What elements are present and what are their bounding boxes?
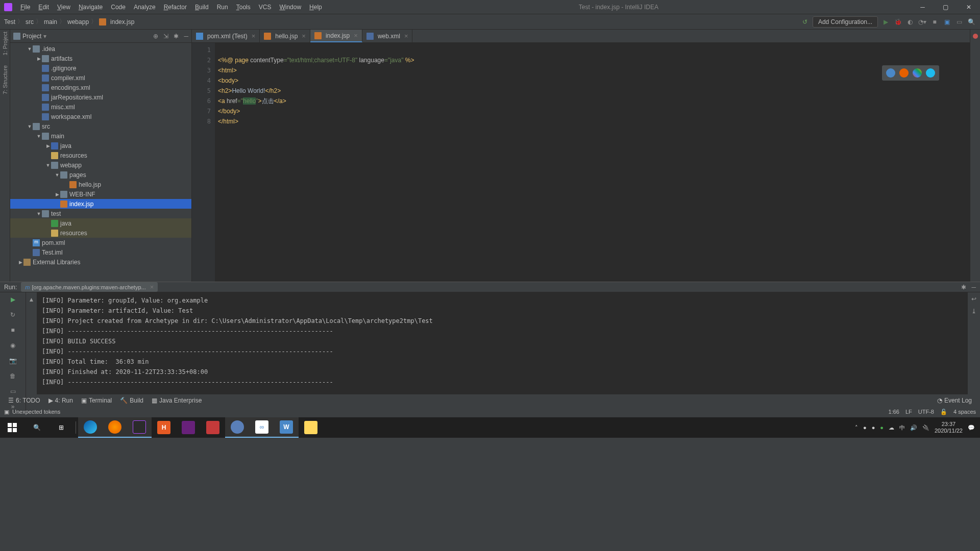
close-icon[interactable]: ×	[354, 32, 358, 39]
file-encoding[interactable]: UTF-8	[918, 409, 934, 415]
coverage-icon[interactable]: ◐	[905, 17, 915, 27]
trash-icon[interactable]: 🗑	[9, 372, 17, 380]
settings-icon[interactable]: ✱	[174, 33, 179, 40]
add-configuration-button[interactable]: Add Configuration...	[813, 16, 878, 28]
tree-index[interactable]: index.jsp	[10, 199, 191, 209]
wps-icon[interactable]: W	[274, 417, 299, 438]
sb-run[interactable]: ▶ 4: Run	[44, 397, 77, 404]
intellij-taskbar-icon[interactable]	[127, 417, 152, 438]
run-output[interactable]: [INFO] Parameter: groupId, Value: org.ex…	[37, 292, 968, 411]
maximize-button[interactable]: ▢	[934, 0, 957, 14]
bc-main[interactable]: main	[44, 18, 57, 26]
tray-onedrive-icon[interactable]: ☁	[889, 424, 894, 431]
tree-gitignore[interactable]: .gitignore	[10, 63, 191, 73]
tree-misc[interactable]: misc.xml	[10, 102, 191, 112]
tree-idea[interactable]: ▼.idea	[10, 44, 191, 54]
bc-webapp[interactable]: webapp	[67, 18, 89, 26]
lock-icon[interactable]: 🔓	[940, 409, 947, 415]
vs-icon[interactable]	[176, 417, 201, 438]
menu-help[interactable]: Help	[305, 2, 326, 13]
stop-run-icon[interactable]: ■	[9, 326, 17, 334]
close-button[interactable]: ✕	[957, 0, 980, 14]
menu-view[interactable]: View	[53, 2, 75, 13]
tree-pages[interactable]: ▼pages	[10, 170, 191, 180]
tray-chevron-icon[interactable]: ˄	[855, 424, 858, 431]
sb-todo[interactable]: ☰ 6: TODO	[4, 397, 44, 404]
tree-resources[interactable]: resources	[10, 151, 191, 160]
up-icon[interactable]: ▲	[28, 295, 36, 304]
locate-icon[interactable]: ⊕	[153, 33, 158, 40]
gear-icon[interactable]: ✱	[961, 284, 966, 291]
show-icon[interactable]: ◉	[9, 341, 17, 349]
tree-compiler[interactable]: compiler.xml	[10, 73, 191, 83]
menu-edit[interactable]: Edit	[34, 2, 53, 13]
bc-file[interactable]: index.jsp	[110, 18, 134, 26]
vcs-icon[interactable]: ▣	[942, 17, 951, 27]
close-icon[interactable]: ×	[302, 32, 306, 40]
debug-icon[interactable]: 🐞	[893, 17, 902, 27]
firefox-icon[interactable]	[899, 68, 909, 78]
tree-tjava[interactable]: java	[10, 218, 191, 228]
scroll-icon[interactable]: ⤓	[971, 308, 976, 315]
run-icon[interactable]: ▶	[881, 17, 890, 27]
ie-icon[interactable]	[926, 68, 935, 78]
close-icon[interactable]: ×	[252, 32, 256, 40]
error-indicator-icon[interactable]	[973, 34, 978, 39]
tray-volume-icon[interactable]: 🔊	[910, 424, 917, 431]
tree-src[interactable]: ▼src	[10, 121, 191, 131]
tray-power-icon[interactable]: 🔌	[922, 424, 929, 431]
chrome-icon[interactable]	[913, 68, 922, 78]
game-icon[interactable]	[201, 417, 225, 438]
tray-app3-icon[interactable]: ●	[880, 424, 884, 431]
tree-encodings[interactable]: encodings.xml	[10, 83, 191, 92]
menu-analyze[interactable]: Analyze	[130, 2, 160, 13]
menu-file[interactable]: File	[16, 2, 34, 13]
sb-build[interactable]: 🔨 Build	[116, 397, 148, 404]
tray-app1-icon[interactable]: ●	[863, 424, 867, 431]
menu-run[interactable]: Run	[213, 2, 232, 13]
bc-src[interactable]: src	[26, 18, 34, 26]
tab-pom[interactable]: pom.xml (Test)×	[192, 30, 260, 42]
tree-testiml[interactable]: Test.iml	[10, 247, 191, 257]
menu-refactor[interactable]: Refactor	[160, 2, 191, 13]
rerun-icon[interactable]: ▶	[9, 295, 17, 304]
edge-taskbar-icon[interactable]	[78, 417, 103, 438]
avatar-icon[interactable]	[225, 417, 250, 438]
close-icon[interactable]: ×	[150, 283, 154, 291]
camera-icon[interactable]: 📷	[9, 357, 17, 365]
tree-java[interactable]: ▶java	[10, 141, 191, 151]
tree-webapp[interactable]: ▼webapp	[10, 160, 191, 170]
tab-hello[interactable]: hello.jsp×	[260, 30, 310, 42]
close-icon[interactable]: ×	[404, 32, 408, 40]
strip-structure[interactable]: 7: Structure	[2, 65, 8, 94]
app-h-icon[interactable]: H	[152, 417, 176, 438]
sb-terminal[interactable]: ▣ Terminal	[77, 397, 116, 404]
collapse-icon[interactable]: ⇲	[163, 33, 168, 40]
firefox-taskbar-icon[interactable]	[103, 417, 127, 438]
tray-ime-icon[interactable]: 中	[899, 424, 905, 432]
bc-test[interactable]: Test	[4, 18, 15, 26]
menu-navigate[interactable]: Navigate	[75, 2, 107, 13]
notifications-icon[interactable]: 💬	[968, 424, 975, 431]
stop-icon[interactable]: ■	[930, 17, 939, 27]
tab-index[interactable]: index.jsp×	[310, 30, 362, 42]
minimize-panel-icon[interactable]: ─	[971, 284, 976, 291]
sb-eventlog[interactable]: ◔ Event Log	[933, 397, 976, 404]
start-button[interactable]	[0, 417, 24, 438]
restart-icon[interactable]: ↻	[9, 311, 17, 319]
menu-code[interactable]: Code	[107, 2, 130, 13]
taskview-icon[interactable]: ⊞	[49, 417, 74, 438]
tab-web[interactable]: web.xml×	[362, 30, 413, 42]
cursor-position[interactable]: 1:66	[889, 409, 899, 415]
search-taskbar-icon[interactable]: 🔍	[24, 417, 49, 438]
run-tab[interactable]: m[org.apache.maven.plugins:maven-archety…	[21, 282, 158, 292]
tree-extlib[interactable]: ▶External Libraries	[10, 257, 191, 267]
tree-workspace[interactable]: workspace.xml	[10, 112, 191, 121]
layout-icon[interactable]: ▭	[9, 387, 17, 395]
tree-jarrepos[interactable]: jarRepositories.xml	[10, 92, 191, 102]
sb-javaee[interactable]: ▦ Java Enterprise	[148, 397, 206, 404]
menu-tools[interactable]: Tools	[232, 2, 255, 13]
tree-tresources[interactable]: resources	[10, 228, 191, 238]
code-editor[interactable]: 12345678 <%@ page contentType="text/html…	[192, 43, 970, 282]
tree-webinf[interactable]: ▶WEB-INF	[10, 189, 191, 199]
